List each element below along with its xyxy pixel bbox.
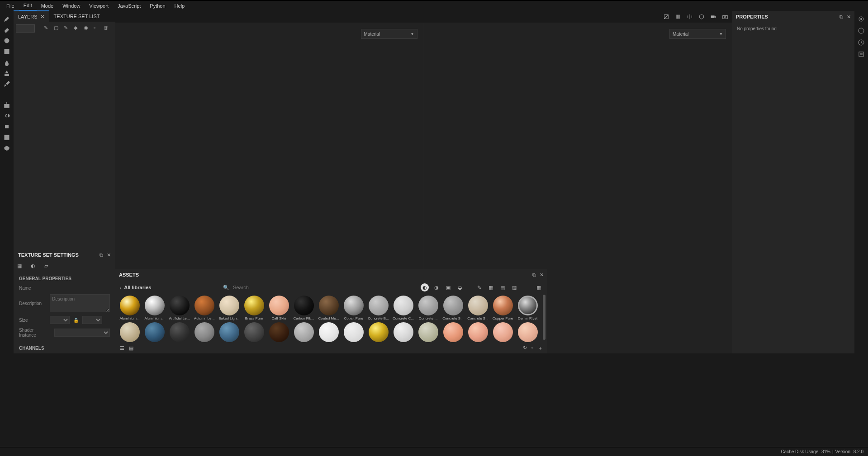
filter-filters-icon[interactable]: ◒ [456, 283, 464, 291]
asset-item[interactable]: Concrete C... [393, 296, 414, 320]
asset-item[interactable] [218, 322, 240, 342]
breadcrumb-all-libraries[interactable]: All libraries [124, 285, 151, 290]
material-picker-icon[interactable] [3, 80, 10, 88]
asset-item[interactable]: Copper Pure [492, 296, 513, 320]
asset-item[interactable]: Artificial Le... [169, 296, 190, 320]
add-icon[interactable]: ＋ [538, 345, 543, 352]
material-dropdown-3d[interactable]: Material ▼ [361, 29, 417, 39]
camera-icon[interactable] [710, 13, 717, 20]
filter-alphas-icon[interactable]: ▦ [487, 283, 495, 291]
material-dropdown-2d[interactable]: Material ▼ [669, 29, 726, 39]
menu-javascript[interactable]: JavaScript [113, 1, 145, 10]
asset-item[interactable]: Coated Me... [318, 296, 339, 320]
asset-item[interactable] [343, 322, 364, 342]
refresh-icon[interactable]: ↻ [523, 345, 527, 352]
menu-help[interactable]: Help [170, 1, 190, 10]
asset-item[interactable]: Concrete S... [442, 296, 464, 320]
bake-icon[interactable] [3, 123, 10, 130]
asset-item[interactable]: Cobalt Pure [343, 296, 364, 320]
polygon-fill-tool-icon[interactable] [3, 48, 10, 55]
resource-icon[interactable] [3, 134, 10, 141]
asset-item[interactable] [318, 322, 339, 342]
asset-item[interactable] [417, 322, 439, 342]
asset-item[interactable] [169, 322, 190, 342]
asset-item[interactable] [492, 322, 513, 342]
menu-edit[interactable]: Edit [19, 1, 37, 11]
asset-item[interactable]: Carbon Fib... [293, 296, 314, 320]
settings-tab-mesh-icon[interactable]: ◐ [31, 263, 39, 271]
close-icon[interactable]: ✕ [847, 14, 851, 20]
size-height-select[interactable] [82, 316, 102, 324]
perspective-icon[interactable] [698, 13, 705, 20]
shader-settings-icon[interactable] [858, 27, 865, 34]
symmetry-icon[interactable] [686, 13, 693, 20]
asset-item[interactable]: Concrete B... [368, 296, 389, 320]
path-view-icon[interactable]: ▤ [129, 345, 133, 351]
asset-item[interactable] [293, 322, 314, 342]
menu-viewport[interactable]: Viewport [85, 1, 113, 10]
asset-item[interactable] [467, 322, 489, 342]
asset-item[interactable] [243, 322, 265, 342]
menu-file[interactable]: File [2, 1, 19, 10]
filter-environments-icon[interactable]: ▨ [510, 283, 518, 291]
brush-tool-icon[interactable] [3, 15, 10, 23]
tab-texture-set-list[interactable]: TEXTURE SET LIST [49, 11, 104, 21]
link-icon[interactable] [3, 112, 10, 119]
asset-item[interactable]: Concrete S... [467, 296, 489, 320]
undock-icon[interactable]: ⧉ [532, 272, 536, 278]
asset-item[interactable] [517, 322, 538, 342]
export-icon[interactable] [3, 101, 10, 108]
asset-item[interactable] [194, 322, 215, 342]
asset-item[interactable]: Aluminium... [144, 296, 165, 320]
asset-item[interactable]: Calf Skin [268, 296, 289, 320]
asset-item[interactable] [368, 322, 389, 342]
asset-item[interactable]: Baked Ligh... [218, 296, 240, 320]
list-view-icon[interactable]: ☰ [120, 345, 124, 351]
asset-item[interactable]: Denim Rivet [517, 296, 538, 320]
menu-python[interactable]: Python [145, 1, 170, 10]
add-layer-icon[interactable]: ✎ [64, 25, 71, 32]
filter-brushes-icon[interactable]: ✎ [475, 283, 483, 291]
add-effect-icon[interactable]: ✎ [44, 25, 51, 32]
render-icon[interactable] [3, 145, 10, 152]
view-grid-icon[interactable]: ▦ [535, 283, 543, 291]
asset-item[interactable] [119, 322, 140, 342]
asset-item[interactable] [268, 322, 289, 342]
close-icon[interactable]: ✕ [540, 272, 544, 278]
size-width-select[interactable] [50, 316, 70, 324]
history-icon[interactable] [858, 39, 865, 46]
undock-icon[interactable]: ⧉ [840, 14, 843, 20]
clone-tool-icon[interactable] [3, 70, 10, 77]
add-folder-icon[interactable]: ▫ [94, 25, 101, 32]
disable-icon[interactable] [663, 13, 670, 20]
asset-item[interactable]: Brass Pure [243, 296, 265, 320]
asset-item[interactable] [144, 322, 165, 342]
smudge-tool-icon[interactable] [3, 59, 10, 66]
filter-smart-materials-icon[interactable]: ◑ [432, 283, 441, 291]
tab-layers[interactable]: LAYERS ✕ [14, 10, 49, 22]
filter-smart-masks-icon[interactable]: ▣ [444, 283, 452, 291]
projection-tool-icon[interactable] [3, 37, 10, 44]
lock-icon[interactable]: 🔒 [73, 318, 79, 323]
import-icon[interactable]: ▫ [531, 345, 533, 352]
filter-textures-icon[interactable]: ▤ [498, 283, 507, 291]
add-smart-icon[interactable]: ◉ [84, 25, 91, 32]
eraser-tool-icon[interactable] [3, 26, 10, 33]
asset-item[interactable] [393, 322, 414, 342]
close-icon[interactable]: ✕ [40, 14, 45, 20]
add-fill-icon[interactable]: ◆ [74, 25, 81, 32]
menu-mode[interactable]: Mode [37, 1, 58, 10]
assets-scrollbar[interactable] [543, 295, 545, 340]
delete-layer-icon[interactable]: 🗑 [104, 25, 111, 32]
asset-item[interactable] [442, 322, 464, 342]
search-input[interactable] [233, 285, 417, 290]
shader-instance-select[interactable] [54, 329, 110, 337]
settings-tab-general-icon[interactable]: ▦ [17, 263, 25, 271]
filter-materials-icon[interactable]: ◐ [421, 283, 429, 291]
add-mask-icon[interactable]: ▢ [54, 25, 61, 32]
undock-icon[interactable]: ⧉ [100, 252, 103, 258]
asset-item[interactable]: Autumn Le... [194, 296, 215, 320]
screenshot-icon[interactable] [721, 13, 729, 20]
display-settings-icon[interactable] [858, 15, 865, 23]
menu-window[interactable]: Window [58, 1, 85, 10]
